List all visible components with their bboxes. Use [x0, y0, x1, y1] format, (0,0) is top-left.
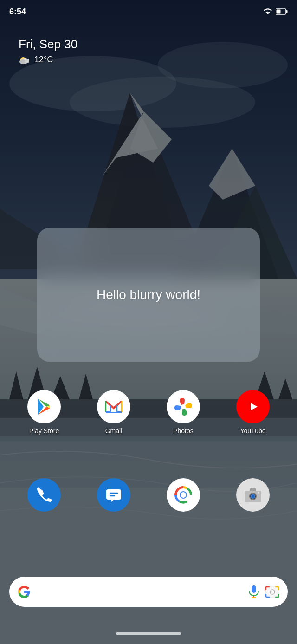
app-phone[interactable] — [16, 478, 72, 512]
date-display: Fri, Sep 30 — [19, 37, 77, 52]
search-action-icons — [248, 585, 279, 599]
messages-icon — [97, 478, 130, 512]
app-photos[interactable]: Photos — [155, 390, 211, 435]
youtube-icon — [236, 390, 270, 423]
weather-icon — [19, 54, 32, 65]
blurry-widget: Hello blurry world! — [37, 228, 260, 362]
svg-point-40 — [181, 404, 186, 409]
phone-icon — [27, 478, 61, 512]
app-row-dock — [0, 478, 297, 512]
app-play-store[interactable]: Play Store — [16, 390, 72, 435]
date-weather-widget: Fri, Sep 30 12°C — [19, 37, 77, 65]
app-youtube[interactable]: YouTube — [225, 390, 281, 435]
svg-point-58 — [252, 495, 252, 496]
home-indicator — [116, 632, 181, 635]
status-bar: 6:54 — [0, 0, 297, 23]
gmail-icon — [97, 390, 130, 423]
app-messages[interactable] — [86, 478, 142, 512]
play-store-icon — [27, 390, 61, 423]
app-row-google: Play Store Gmail — [0, 390, 297, 435]
widget-text: Hello blurry world! — [97, 287, 200, 302]
wifi-icon — [263, 8, 273, 15]
svg-rect-60 — [252, 585, 256, 593]
weather-row: 12°C — [19, 54, 77, 65]
svg-rect-43 — [106, 489, 121, 500]
svg-rect-27 — [286, 10, 288, 13]
svg-marker-46 — [111, 500, 114, 502]
svg-point-32 — [25, 59, 29, 63]
temperature-display: 12°C — [34, 55, 53, 65]
svg-rect-28 — [277, 10, 281, 14]
gmail-label: Gmail — [105, 427, 123, 435]
app-camera[interactable] — [225, 478, 281, 512]
photos-icon — [167, 390, 200, 423]
microphone-icon[interactable] — [248, 585, 260, 599]
youtube-label: YouTube — [240, 427, 265, 435]
svg-rect-64 — [266, 587, 279, 597]
search-bar[interactable] — [9, 577, 288, 607]
photos-label: Photos — [173, 427, 194, 435]
camera-icon — [236, 478, 270, 512]
lens-icon[interactable] — [265, 585, 279, 598]
chrome-icon — [167, 478, 200, 512]
svg-point-59 — [258, 492, 259, 494]
svg-marker-53 — [250, 488, 256, 491]
time-display: 6:54 — [9, 7, 26, 17]
battery-icon — [276, 8, 288, 15]
google-logo — [18, 585, 31, 598]
app-chrome[interactable] — [155, 478, 211, 512]
app-gmail[interactable]: Gmail — [86, 390, 142, 435]
play-store-label: Play Store — [29, 427, 59, 435]
status-icons — [263, 8, 288, 15]
